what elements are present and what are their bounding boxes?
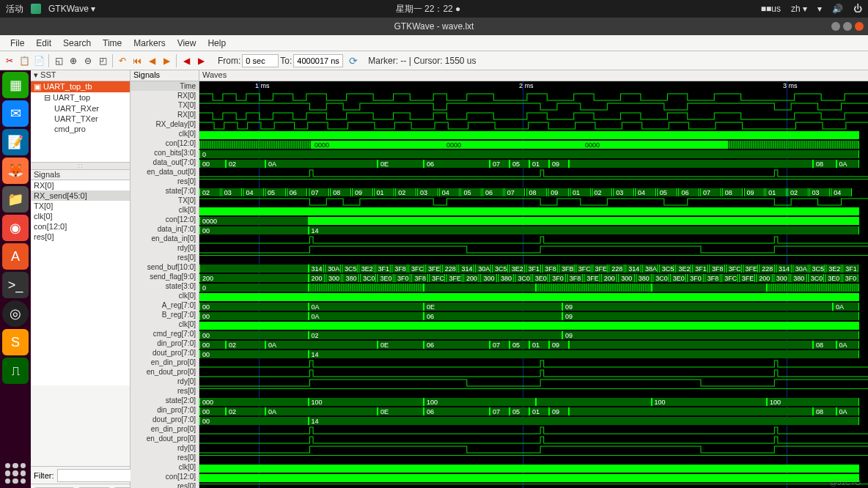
reload-icon[interactable]: ⟳	[349, 55, 358, 67]
zoom-full-icon[interactable]: ◰	[96, 54, 109, 67]
launcher-sublime-icon[interactable]: S	[2, 329, 29, 355]
launcher-terminal-icon[interactable]: >_	[2, 272, 29, 298]
signal-name-row[interactable]: B_reg[7:0]	[130, 310, 199, 319]
signal-name-row[interactable]: send_buf[10:0]	[130, 262, 199, 272]
power-icon[interactable]: ⏻	[853, 4, 862, 14]
menu-time[interactable]: Time	[97, 38, 128, 48]
launcher-software-icon[interactable]: A	[2, 243, 29, 270]
signal-name-row[interactable]: TX[0]	[130, 196, 199, 205]
minimize-button[interactable]	[831, 22, 840, 31]
signal-name-row[interactable]: state[7:0]	[130, 186, 199, 196]
signal-name-row[interactable]: din_pro[7:0]	[130, 339, 199, 348]
tree-node[interactable]: cmd_pro	[31, 124, 130, 134]
tree-node[interactable]: UART_TXer	[31, 114, 130, 124]
signals-list[interactable]: RX[0]RX_send[45:0]TX[0]clk[0]con[12:0]re…	[31, 180, 130, 385]
signal-list-item[interactable]: con[12:0]	[31, 221, 130, 232]
zoom-fit-icon[interactable]: ◱	[52, 54, 65, 67]
to-input[interactable]	[293, 54, 343, 67]
go-start-icon[interactable]: ⏮	[130, 54, 144, 67]
signal-name-row[interactable]: RX_delay[0]	[130, 119, 199, 129]
signal-name-row[interactable]: send_flag[9:0]	[130, 272, 199, 281]
close-button[interactable]	[855, 22, 864, 31]
launcher-apps-button[interactable]	[5, 463, 26, 484]
signal-name-row[interactable]: data_out[7:0]	[130, 158, 199, 167]
signal-name-row[interactable]: res[0]	[130, 481, 199, 488]
launcher-calc-icon[interactable]: ▦	[2, 72, 29, 98]
signal-list-item[interactable]: clk[0]	[31, 211, 130, 221]
signal-name-row[interactable]: en_din_pro[0]	[130, 358, 199, 367]
launcher-obs-icon[interactable]: ◎	[2, 300, 29, 327]
input-method[interactable]: zh ▾	[791, 4, 807, 14]
launcher-gtkwave-icon[interactable]: ⎍	[2, 358, 29, 384]
volume-icon[interactable]: 🔊	[832, 4, 843, 14]
signal-name-row[interactable]: dout_pro[7:0]	[130, 415, 199, 424]
maximize-button[interactable]	[843, 22, 852, 31]
app-menu[interactable]: GTKWave ▾	[48, 4, 95, 14]
activities-button[interactable]: 活动	[6, 3, 23, 15]
menu-edit[interactable]: Edit	[30, 38, 57, 48]
cut-icon[interactable]: ✂	[3, 54, 16, 67]
signal-name-row[interactable]: cmd_reg[7:0]	[130, 329, 199, 339]
from-input[interactable]	[242, 54, 279, 67]
launcher-thunderbird-icon[interactable]: ✉	[2, 100, 29, 127]
signal-name-row[interactable]: en_data_in[0]	[130, 234, 199, 243]
menu-view[interactable]: View	[172, 38, 202, 48]
sst-tree[interactable]: ▣ UART_top_tb⊟ UART_topUART_RXerUART_TXe…	[31, 81, 130, 162]
signal-name-row[interactable]: state[2:0]	[130, 396, 199, 405]
signal-name-row[interactable]: din_pro[7:0]	[130, 405, 199, 415]
launcher-writer-icon[interactable]: 📝	[2, 129, 29, 155]
signal-name-row[interactable]: RX[0]	[130, 91, 199, 100]
signal-name-row[interactable]: dout_pro[7:0]	[130, 348, 199, 358]
menu-help[interactable]: Help	[202, 38, 232, 48]
copy-icon[interactable]: 📋	[18, 54, 31, 67]
signal-name-row[interactable]: clk[0]	[130, 462, 199, 472]
sst-resize-handle[interactable]: ⸬	[31, 162, 130, 169]
clock[interactable]: 星期一 22：22 ●	[95, 3, 761, 15]
signal-name-row[interactable]: con[12:0]	[130, 215, 199, 224]
find-prev-icon[interactable]: ◀	[180, 54, 193, 67]
signal-name-row[interactable]: en_data_out[0]	[130, 167, 199, 177]
tree-node[interactable]: ⊟ UART_top	[31, 92, 130, 103]
signal-list-item[interactable]: res[0]	[31, 232, 130, 242]
signal-name-row[interactable]: res[0]	[130, 453, 199, 462]
signal-name-row[interactable]: A_reg[7:0]	[130, 300, 199, 310]
signal-name-row[interactable]: res[0]	[130, 177, 199, 186]
signal-name-row[interactable]: con[12:0]	[130, 472, 199, 481]
signal-name-row[interactable]: rdy[0]	[130, 443, 199, 453]
signal-name-row[interactable]: clk[0]	[130, 291, 199, 300]
launcher-files-icon[interactable]: 📁	[2, 186, 29, 212]
menu-file[interactable]: File	[4, 38, 30, 48]
launcher-chrome-icon[interactable]: ◉	[2, 215, 29, 241]
signal-name-row[interactable]: en_dout_pro[0]	[130, 367, 199, 377]
go-prev-icon[interactable]: ◀	[145, 54, 158, 67]
signal-name-row[interactable]: en_din_pro[0]	[130, 424, 199, 434]
tree-node[interactable]: ▣ UART_top_tb	[31, 81, 130, 92]
signal-name-row[interactable]: data_in[7:0]	[130, 224, 199, 234]
signal-name-row[interactable]: clk[0]	[130, 319, 199, 329]
signal-list-item[interactable]: RX_send[45:0]	[31, 191, 130, 201]
signal-name-row[interactable]: clk[0]	[130, 205, 199, 215]
signal-name-row[interactable]: TX[0]	[130, 100, 199, 110]
signal-name-row[interactable]: en_dout_pro[0]	[130, 434, 199, 443]
go-next-icon[interactable]: ▶	[160, 54, 173, 67]
network-icon[interactable]: ▾	[817, 4, 822, 14]
signal-name-row[interactable]: rdy[0]	[130, 377, 199, 386]
signal-list-item[interactable]: TX[0]	[31, 201, 130, 211]
wave-canvas[interactable]: 1 ms2 ms3 ms000000000000000020A0E0607050…	[199, 81, 868, 488]
nav-back-icon[interactable]: ↶	[116, 54, 129, 67]
signal-name-row[interactable]: con[12:0]	[130, 138, 199, 148]
ime-indicator[interactable]: ■■us	[761, 4, 781, 14]
zoom-out-icon[interactable]: ⊖	[81, 54, 95, 67]
signal-names-list[interactable]: TimeRX[0]TX[0]RX[0]RX_delay[0]clk[0]con[…	[130, 81, 199, 488]
signal-list-item[interactable]: RX[0]	[31, 180, 130, 191]
zoom-in-icon[interactable]: ⊕	[67, 54, 80, 67]
signal-name-row[interactable]: res[0]	[130, 386, 199, 396]
menu-markers[interactable]: Markers	[128, 38, 171, 48]
signal-name-row[interactable]: RX[0]	[130, 110, 199, 119]
signal-name-row[interactable]: state[3:0]	[130, 281, 199, 291]
signal-name-row[interactable]: rdy[0]	[130, 243, 199, 253]
signal-name-row[interactable]: con_bits[3:0]	[130, 148, 199, 158]
signal-name-row[interactable]: clk[0]	[130, 129, 199, 138]
find-next-icon[interactable]: ▶	[194, 54, 207, 67]
signal-name-row[interactable]: res[0]	[130, 253, 199, 262]
